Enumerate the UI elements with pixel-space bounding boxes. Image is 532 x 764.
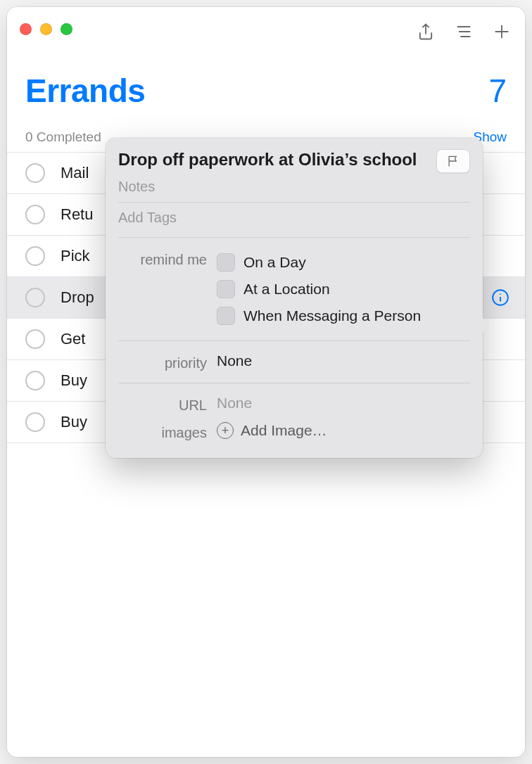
list-header: Errands 7 — [7, 51, 525, 124]
list-count: 7 — [488, 72, 507, 110]
completed-count-text: 0 Completed — [25, 129, 101, 145]
list-title: Errands — [25, 72, 145, 110]
list-view-icon[interactable] — [453, 21, 474, 42]
zoom-window-button[interactable] — [61, 23, 72, 35]
share-icon[interactable] — [415, 21, 436, 42]
checkbox[interactable] — [217, 280, 235, 298]
todo-radio[interactable] — [25, 246, 45, 266]
checkbox[interactable] — [217, 307, 235, 325]
plus-circle-icon: + — [217, 422, 234, 439]
todo-label: Drop — [61, 288, 94, 307]
remind-at-location-option[interactable]: At a Location — [217, 276, 470, 303]
remind-on-day-option[interactable]: On a Day — [217, 249, 470, 276]
url-label: URL — [118, 395, 217, 414]
option-label: When Messaging a Person — [243, 307, 421, 324]
flag-button[interactable] — [436, 149, 470, 173]
traffic-lights — [20, 23, 72, 35]
option-label: At a Location — [243, 281, 330, 298]
todo-radio[interactable] — [25, 288, 45, 307]
remind-me-row: remind me On a Day At a Location When Me… — [118, 245, 470, 333]
todo-label: Buy — [61, 413, 87, 431]
todo-radio[interactable] — [25, 163, 45, 183]
minimize-window-button[interactable] — [40, 23, 52, 35]
add-image-label: Add Image… — [241, 422, 327, 439]
titlebar — [7, 7, 525, 51]
notes-field[interactable]: Notes — [118, 179, 470, 195]
todo-label: Buy — [61, 371, 87, 390]
todo-radio[interactable] — [25, 329, 45, 349]
svg-point-7 — [500, 293, 501, 295]
divider — [118, 340, 470, 341]
todo-radio[interactable] — [25, 371, 45, 390]
todo-label: Retu — [61, 205, 93, 224]
todo-radio[interactable] — [25, 205, 45, 224]
tags-field[interactable]: Add Tags — [118, 210, 470, 230]
images-label: images — [118, 422, 217, 441]
app-window: Errands 7 0 Completed Show Mail Retu Pic… — [7, 7, 525, 757]
todo-label: Get — [61, 330, 85, 348]
close-window-button[interactable] — [20, 23, 32, 35]
todo-radio[interactable] — [25, 412, 45, 432]
divider — [118, 383, 470, 383]
remind-when-messaging-option[interactable]: When Messaging a Person — [217, 303, 470, 329]
divider — [118, 202, 470, 203]
url-row: URL None — [118, 390, 470, 418]
priority-label: priority — [118, 352, 217, 371]
reminder-inspector-popover: Drop off paperwork at Olivia’s school No… — [106, 138, 483, 458]
toolbar-right — [415, 21, 512, 42]
priority-row: priority None — [118, 348, 470, 376]
inspector-title[interactable]: Drop off paperwork at Olivia’s school — [118, 149, 428, 170]
add-image-button[interactable]: + Add Image… — [217, 422, 470, 439]
checkbox[interactable] — [217, 253, 235, 272]
option-label: On a Day — [243, 254, 306, 271]
remind-me-label: remind me — [118, 249, 217, 329]
divider — [118, 237, 470, 238]
add-reminder-icon[interactable] — [491, 21, 512, 42]
priority-value[interactable]: None — [217, 352, 470, 371]
info-icon[interactable] — [491, 288, 509, 307]
todo-label: Mail — [61, 164, 89, 182]
todo-label: Pick — [61, 247, 90, 265]
images-row: images + Add Image… — [118, 418, 470, 445]
url-field[interactable]: None — [217, 395, 470, 414]
